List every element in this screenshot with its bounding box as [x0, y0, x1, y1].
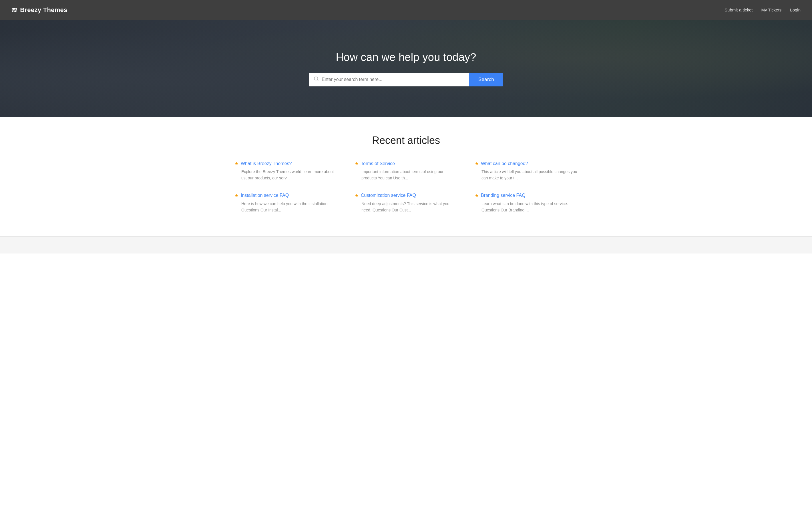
footer — [0, 236, 812, 253]
articles-section-title: Recent articles — [234, 134, 578, 146]
star-icon: ★ — [354, 193, 358, 198]
article-card: ★ What can be changed? This article will… — [474, 161, 578, 181]
star-icon: ★ — [474, 161, 478, 166]
article-excerpt: Need deep adjustments? This service is w… — [354, 200, 458, 213]
article-card: ★ Terms of Service Important information… — [354, 161, 458, 181]
article-card: ★ Branding service FAQ Learn what can be… — [474, 193, 578, 213]
svg-line-1 — [317, 80, 318, 80]
search-button[interactable]: Search — [469, 73, 503, 86]
article-link-5[interactable]: Branding service FAQ — [481, 193, 525, 198]
article-link-4[interactable]: Customization service FAQ — [361, 193, 416, 198]
article-link-2[interactable]: What can be changed? — [481, 161, 528, 166]
star-icon: ★ — [234, 193, 238, 198]
nav-links: Submit a ticket My Tickets Login — [725, 7, 801, 12]
article-excerpt: Learn what can be done with this type of… — [474, 200, 578, 213]
search-icon — [314, 76, 319, 83]
brand-name: Breezy Themes — [20, 6, 67, 14]
articles-section: Recent articles ★ What is Breezy Themes?… — [223, 117, 589, 236]
search-box — [309, 73, 469, 86]
articles-grid: ★ What is Breezy Themes? Explore the Bre… — [234, 161, 578, 213]
article-header: ★ What is Breezy Themes? — [234, 161, 338, 166]
article-link-1[interactable]: Terms of Service — [361, 161, 395, 166]
logo[interactable]: ≋ Breezy Themes — [11, 6, 67, 14]
article-link-0[interactable]: What is Breezy Themes? — [241, 161, 292, 166]
article-card: ★ Customization service FAQ Need deep ad… — [354, 193, 458, 213]
hero-title: How can we help you today? — [336, 51, 476, 63]
article-header: ★ What can be changed? — [474, 161, 578, 166]
article-header: ★ Terms of Service — [354, 161, 458, 166]
hero-section: How can we help you today? Search — [0, 20, 812, 117]
search-input[interactable] — [322, 73, 465, 86]
login-link[interactable]: Login — [790, 7, 801, 12]
article-card: ★ Installation service FAQ Here is how w… — [234, 193, 338, 213]
logo-waves-icon: ≋ — [11, 6, 17, 14]
article-excerpt: Explore the Breezy Themes world, learn m… — [234, 168, 338, 181]
star-icon: ★ — [234, 161, 238, 166]
navbar: ≋ Breezy Themes Submit a ticket My Ticke… — [0, 0, 812, 20]
article-card: ★ What is Breezy Themes? Explore the Bre… — [234, 161, 338, 181]
star-icon: ★ — [354, 161, 358, 166]
search-row: Search — [309, 73, 503, 86]
article-header: ★ Customization service FAQ — [354, 193, 458, 198]
star-icon: ★ — [474, 193, 478, 198]
article-excerpt: Here is how we can help you with the ins… — [234, 200, 338, 213]
article-header: ★ Branding service FAQ — [474, 193, 578, 198]
hero-content: How can we help you today? Search — [0, 51, 812, 86]
article-header: ★ Installation service FAQ — [234, 193, 338, 198]
article-excerpt: Important information about terms of usi… — [354, 168, 458, 181]
article-excerpt: This article will tell you about all pos… — [474, 168, 578, 181]
article-link-3[interactable]: Installation service FAQ — [241, 193, 289, 198]
submit-ticket-link[interactable]: Submit a ticket — [725, 7, 753, 12]
my-tickets-link[interactable]: My Tickets — [761, 7, 781, 12]
